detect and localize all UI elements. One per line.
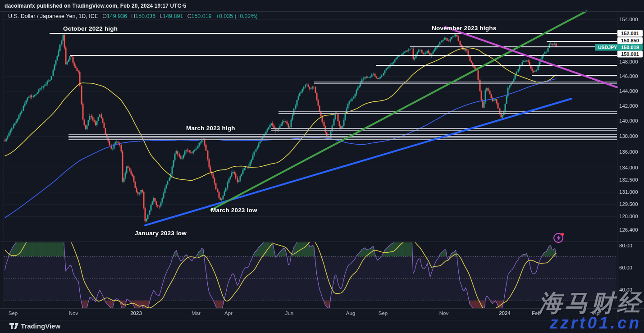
- pane-separator[interactable]: [0, 242, 644, 242]
- price-tick-label: 128.000: [619, 214, 638, 219]
- level-price-axis-badge: 150.001: [617, 51, 643, 58]
- price-tick-label: 131.000: [619, 189, 638, 195]
- horizontal-level-line[interactable]: [410, 46, 617, 47]
- level-price-axis-badge: 150.850: [617, 37, 643, 44]
- time-tick-label: Nov: [69, 310, 78, 316]
- last-price-axis-badge: 150.019: [617, 44, 643, 51]
- time-tick-label: Sep: [379, 310, 388, 316]
- price-chart-canvas[interactable]: [0, 0, 644, 333]
- price-tick-label: 154.000: [619, 17, 638, 22]
- ohlc-item: C150.019: [187, 13, 211, 19]
- ohlc-item: H150.036: [131, 13, 155, 19]
- horizontal-level-line[interactable]: [376, 65, 617, 66]
- symbol-header: U.S. Dollar / Japanese Yen, 1D, ICEO149.…: [8, 13, 258, 19]
- price-tick-label: 144.000: [619, 88, 638, 94]
- rsi-tick-label: 60.00: [619, 265, 632, 270]
- price-tick-label: 129.500: [619, 201, 638, 207]
- chart-annotation[interactable]: November 2023 highs: [432, 25, 496, 32]
- price-tick-label: 140.000: [619, 118, 638, 123]
- price-tick-label: 132.500: [619, 177, 638, 182]
- chart-annotation[interactable]: January 2023 low: [135, 230, 187, 237]
- price-tick-label: 142.000: [619, 103, 638, 109]
- ohlc-value: 150.019: [191, 13, 211, 19]
- price-tick-label: 134.000: [619, 165, 638, 170]
- chart-annotation[interactable]: March 2023 high: [186, 125, 235, 132]
- price-tick-label: 126.400: [619, 227, 638, 233]
- price-tick-label: 148.000: [619, 59, 638, 64]
- horizontal-level-line[interactable]: [532, 75, 617, 76]
- time-tick-label: 2024: [499, 310, 511, 316]
- horizontal-level-line[interactable]: [69, 134, 617, 137]
- time-tick-label: Mar: [192, 310, 201, 316]
- horizontal-level-line[interactable]: [314, 82, 617, 84]
- attribution-text: dacolmanfx published on TradingView.com,…: [5, 3, 186, 9]
- rsi-tick-label: 80.00: [619, 243, 632, 248]
- horizontal-level-line[interactable]: [271, 128, 617, 131]
- ohlc-item: L149.891: [160, 13, 183, 19]
- horizontal-level-line[interactable]: [70, 55, 617, 56]
- price-tick-label: 138.000: [619, 133, 638, 139]
- time-tick-label: Jun: [285, 310, 294, 316]
- time-tick-label: Sep: [9, 310, 18, 316]
- tradingview-chart-page: dacolmanfx published on TradingView.com,…: [0, 0, 644, 333]
- time-tick-label: Aug: [346, 310, 355, 316]
- horizontal-level-line[interactable]: [50, 33, 617, 34]
- ohlc-values: O149.936H150.036L149.891C150.019: [98, 13, 212, 19]
- ohlc-value: 150.036: [135, 13, 155, 19]
- horizontal-level-line[interactable]: [547, 41, 617, 42]
- change-value: +0.035 (+0.02%): [216, 13, 258, 19]
- ohlc-prefix: H: [131, 13, 135, 19]
- symbol-title[interactable]: U.S. Dollar / Japanese Yen, 1D, ICE: [8, 13, 98, 19]
- price-tick-label: 136.000: [619, 149, 638, 155]
- level-price-axis-badge: 152.001: [617, 30, 643, 37]
- chart-annotation[interactable]: March 2023 low: [211, 207, 257, 214]
- watermark-line2: zzrt01.cn: [550, 314, 641, 333]
- flash-trade-icon[interactable]: [553, 231, 565, 244]
- horizontal-level-line[interactable]: [279, 111, 617, 114]
- time-tick-label: Nov: [439, 310, 448, 316]
- ohlc-value: 149.936: [107, 13, 127, 19]
- chart-annotation[interactable]: October 2022 high: [63, 25, 118, 32]
- ohlc-value: 149.891: [163, 13, 183, 19]
- chart-left-border: [4, 11, 4, 308]
- tradingview-logo-icon[interactable]: [9, 323, 19, 331]
- price-axis-border[interactable]: [617, 11, 617, 320]
- ohlc-prefix: O: [102, 13, 107, 19]
- price-tick-label: 146.000: [619, 73, 638, 79]
- ohlc-item: O149.936: [102, 13, 127, 19]
- footer-separator: [0, 320, 644, 320]
- symbol-price-tag: USDJPY: [595, 44, 620, 51]
- top-separator: [0, 11, 644, 12]
- time-tick-label: Apr: [224, 310, 233, 316]
- footer-brand-text[interactable]: TradingView: [21, 322, 60, 330]
- horizontal-level-line[interactable]: [69, 137, 617, 140]
- time-tick-label: 2023: [130, 310, 142, 316]
